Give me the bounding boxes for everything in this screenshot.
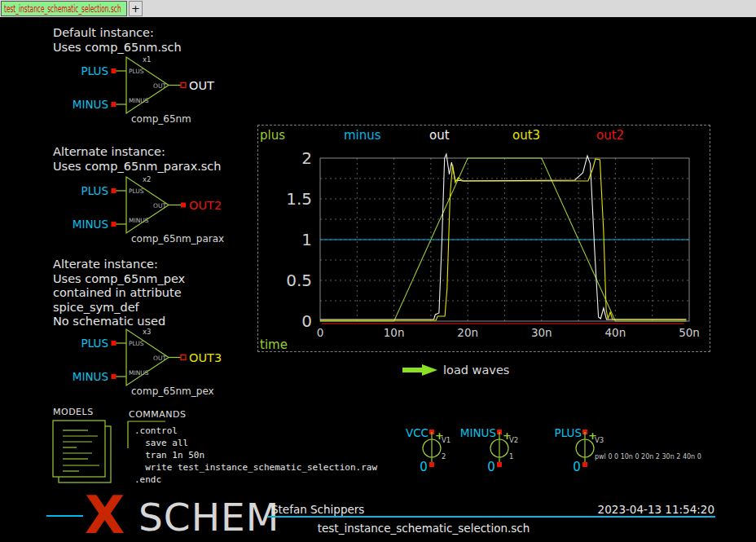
symbol-name: comp_65nm xyxy=(131,113,191,125)
legend-out3: out3 xyxy=(512,128,540,143)
net-label-plus[interactable]: PLUS xyxy=(555,426,582,439)
pin-square-bottom xyxy=(582,462,587,467)
gnd-label[interactable]: 0 xyxy=(573,460,581,474)
y-tick-label: 1.5 xyxy=(286,189,312,209)
y-tick-label: 1 xyxy=(301,230,312,249)
pin-name-minus: MINUS xyxy=(129,97,149,104)
net-label-minus[interactable]: MINUS xyxy=(73,218,108,231)
y-tick-label: 0.5 xyxy=(286,271,312,290)
value-label: 1 xyxy=(509,452,513,460)
value-label: pwl 0 0 10n 0 20n 2 30n 2 40n 0 xyxy=(595,453,701,460)
pin-square-bottom xyxy=(429,462,434,467)
pin-name-plus: PLUS xyxy=(129,340,144,347)
titleblock-left-line xyxy=(46,515,83,517)
symbol-name: comp_65nm_parax xyxy=(131,233,224,245)
text-line: spice_sym_def xyxy=(53,301,185,315)
x-tick-label: 0 xyxy=(317,326,324,339)
datetime-stamp: 2023-04-13 11:54:20 xyxy=(598,503,714,516)
refdes-label: x3 xyxy=(143,328,151,336)
waveform-graph[interactable]: 010n20n30n40n50n21.510.50plusminusoutout… xyxy=(257,125,710,352)
models-page-front xyxy=(53,421,105,477)
pin-square-minus xyxy=(112,102,116,107)
pin-name-out: OUT xyxy=(153,202,166,209)
net-label-out2[interactable]: OUT2 xyxy=(189,199,222,212)
text-line: contained in attribute xyxy=(53,286,185,301)
text-line: tran 1n 50n xyxy=(134,449,377,461)
legend-out: out xyxy=(429,128,450,143)
pin-name-out: OUT xyxy=(153,355,166,362)
comparator-instance-x1[interactable]: PLUS MINUS OUT x1 PLUS OUT MINUS comp_65… xyxy=(77,51,253,128)
y-tick-label: 0 xyxy=(301,311,312,331)
pin-square-plus xyxy=(112,188,116,193)
pin-name-minus: MINUS xyxy=(129,369,149,377)
xschem-logo-x: X xyxy=(85,489,125,541)
comparator-instance-x3[interactable]: PLUS MINUS OUT3 x3 PLUS OUT MINUS comp_6… xyxy=(77,323,253,400)
refdes-label: x2 xyxy=(143,175,151,183)
symbol-name: comp_65nm_pex xyxy=(131,386,214,397)
voltage-source-v3[interactable]: PLUS + V3 pwl 0 0 10n 0 20n 2 30n 2 40n … xyxy=(556,424,727,481)
pin-name-plus: PLUS xyxy=(129,187,144,195)
refdes-label: x1 xyxy=(143,55,151,64)
tab-label: test_instance_schematic_selection.sch xyxy=(4,3,121,15)
legend-minus: minus xyxy=(344,128,381,143)
text-line: Alterate instance: xyxy=(53,258,185,272)
gnd-label[interactable]: 0 xyxy=(420,460,428,474)
pin-square-bottom xyxy=(497,462,502,467)
legend-out2: out2 xyxy=(596,128,624,143)
text-line: Uses comp_65nm_pex xyxy=(53,272,185,287)
pin-square-minus xyxy=(112,222,116,227)
x-tick-label: 30n xyxy=(531,326,552,339)
text-line: Alternate instance: xyxy=(53,145,222,160)
net-label-out[interactable]: OUT xyxy=(189,79,214,92)
spice-commands-text: .control save all tran 1n 50n write test… xyxy=(134,425,377,486)
pin-square-minus xyxy=(112,374,116,379)
instance2-heading: Alternate instance:Uses comp_65nm_parax.… xyxy=(53,145,222,174)
refdes-label: V1 xyxy=(442,436,451,444)
refdes-label: V2 xyxy=(509,436,518,444)
net-label-vcc[interactable]: VCC xyxy=(406,426,429,439)
net-label-minus[interactable]: MINUS xyxy=(73,98,108,111)
waveform-plot-svg: 010n20n30n40n50n21.510.50plusminusoutout… xyxy=(258,126,711,353)
load-waves-label[interactable]: load waves xyxy=(443,364,509,377)
legend-plus: plus xyxy=(260,128,285,143)
y-tick-label: 2 xyxy=(301,148,312,168)
refdes-label: V3 xyxy=(595,436,604,444)
pin-square-out xyxy=(181,355,186,360)
titleblock-underline xyxy=(267,516,715,518)
net-label-plus[interactable]: PLUS xyxy=(81,184,108,197)
x-tick-label: 20n xyxy=(457,326,478,339)
x-tick-label: 50n xyxy=(679,326,700,339)
text-line: save all xyxy=(134,437,377,449)
tab-current[interactable]: test_instance_schematic_selection.sch xyxy=(1,1,127,16)
net-label-minus[interactable]: MINUS xyxy=(73,370,108,383)
text-line: .control xyxy=(134,425,377,437)
text-line: write test_instance_schematic_selection.… xyxy=(134,461,377,474)
new-tab-button[interactable]: + xyxy=(129,1,143,16)
pin-name-out: OUT xyxy=(153,82,166,90)
models-label: MODELS xyxy=(53,407,94,417)
load-waves-arrow[interactable] xyxy=(401,362,440,378)
pin-square-out xyxy=(181,203,186,208)
pin-square-out xyxy=(181,83,186,88)
net-label-plus[interactable]: PLUS xyxy=(81,64,108,77)
text-line: Default instance: xyxy=(53,26,182,41)
x-tick-label: 10n xyxy=(384,326,405,339)
schematic-filename: test_instance_schematic_selection.sch xyxy=(244,522,603,535)
x-axis-label: time xyxy=(260,337,288,352)
text-line: .endc xyxy=(134,474,377,486)
net-label-out3[interactable]: OUT3 xyxy=(189,351,222,364)
net-label-plus[interactable]: PLUS xyxy=(81,337,108,350)
comparator-instance-x2[interactable]: PLUS MINUS OUT2 x2 PLUS OUT MINUS comp_6… xyxy=(77,170,253,248)
instance3-heading: Alterate instance:Uses comp_65nm_pexcont… xyxy=(53,258,185,329)
pin-square-plus xyxy=(112,341,116,346)
value-label: 2 xyxy=(442,452,446,460)
pin-name-minus: MINUS xyxy=(129,217,149,224)
tab-bar: test_instance_schematic_selection.sch + xyxy=(0,0,756,17)
xschem-window: test_instance_schematic_selection.sch + … xyxy=(0,0,756,542)
gnd-label[interactable]: 0 xyxy=(487,460,495,474)
arrow-shape xyxy=(402,364,437,376)
net-label-minus[interactable]: MINUS xyxy=(460,426,496,439)
x-tick-label: 40n xyxy=(605,326,626,339)
pin-square-plus xyxy=(112,68,116,73)
author-name: Stefan Schippers xyxy=(271,503,364,516)
